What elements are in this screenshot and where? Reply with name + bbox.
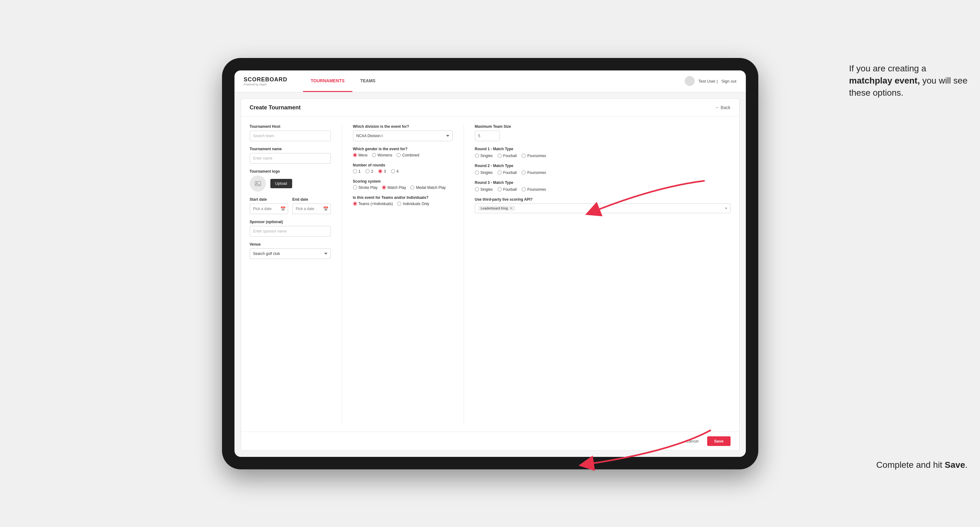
round2-foursomes-option[interactable]: Foursomes xyxy=(522,170,546,175)
round3-foursomes-option[interactable]: Foursomes xyxy=(522,187,546,192)
form-header: Create Tournament ← Back xyxy=(241,99,739,117)
back-button[interactable]: ← Back xyxy=(715,105,730,110)
round3-singles-label: Singles xyxy=(480,187,493,192)
round1-foursomes-option[interactable]: Foursomes xyxy=(522,154,546,158)
form-body: Tournament Host Tournament name Tourname… xyxy=(241,117,739,432)
rounds-3-radio[interactable] xyxy=(378,169,382,173)
teams-label: Is this event for Teams and/or Individua… xyxy=(353,195,453,200)
user-text: Test User | xyxy=(698,79,718,84)
upload-button[interactable]: Upload xyxy=(270,179,292,188)
teams-individuals-label: Individuals Only xyxy=(403,202,430,206)
teams-individuals-radio[interactable] xyxy=(397,202,401,206)
rounds-2-radio[interactable] xyxy=(366,169,369,173)
annotation-save: Complete and hit Save. xyxy=(876,459,967,471)
tournament-logo-label: Tournament logo xyxy=(250,169,331,174)
rounds-group: Number of rounds 1 2 xyxy=(353,163,453,174)
nav-tab-tournaments[interactable]: TOURNAMENTS xyxy=(303,70,353,92)
scoring-stroke-radio[interactable] xyxy=(353,186,357,189)
col-right: Maximum Team Size Round 1 - Match Type S… xyxy=(475,124,730,424)
round1-singles-radio[interactable] xyxy=(475,154,479,158)
logo-placeholder xyxy=(250,175,266,192)
tournament-name-input[interactable] xyxy=(250,153,331,163)
round3-options: Singles Fourball Foursomes xyxy=(475,187,730,192)
teams-group: Is this event for Teams and/or Individua… xyxy=(353,195,453,206)
cancel-button[interactable]: Cancel xyxy=(681,436,703,446)
rounds-4-label: 4 xyxy=(397,169,399,174)
col-middle: Which division is the event for? NCAA Di… xyxy=(353,124,453,424)
rounds-1-option[interactable]: 1 xyxy=(353,169,361,174)
round1-singles-label: Singles xyxy=(480,154,493,158)
nav-logo: SCOREBOARD Powered by clippit xyxy=(244,76,288,86)
api-tag-close[interactable]: ✕ xyxy=(510,206,512,210)
round2-singles-label: Singles xyxy=(480,170,493,175)
round1-fourball-option[interactable]: Fourball xyxy=(498,154,517,158)
sponsor-group: Sponsor (optional) xyxy=(250,220,331,237)
round2-singles-radio[interactable] xyxy=(475,170,479,175)
round3-fourball-option[interactable]: Fourball xyxy=(498,187,517,192)
rounds-4-radio[interactable] xyxy=(391,169,395,173)
scoring-medal-label: Medal Match Play xyxy=(416,186,445,190)
api-select-wrapper[interactable]: Leaderboard King ✕ ▾ xyxy=(475,203,730,213)
gender-mens-label: Mens xyxy=(359,153,368,157)
round1-singles-option[interactable]: Singles xyxy=(475,154,493,158)
teams-teams-option[interactable]: Teams (+Individuals) xyxy=(353,202,393,206)
scoring-stroke-option[interactable]: Stroke Play xyxy=(353,186,378,190)
api-tag-text: Leaderboard King xyxy=(481,206,508,210)
teams-individuals-option[interactable]: Individuals Only xyxy=(397,202,430,206)
round2-singles-option[interactable]: Singles xyxy=(475,170,493,175)
logo-title: SCOREBOARD xyxy=(244,76,288,83)
max-team-input[interactable] xyxy=(475,130,500,141)
scoring-medal-radio[interactable] xyxy=(410,186,414,189)
round2-fourball-radio[interactable] xyxy=(498,170,502,175)
rounds-1-label: 1 xyxy=(359,169,361,174)
round1-foursomes-radio[interactable] xyxy=(522,154,526,158)
gender-combined-option[interactable]: Combined xyxy=(397,153,419,157)
nav-tabs: TOURNAMENTS TEAMS xyxy=(303,70,383,92)
save-button[interactable]: Save xyxy=(707,436,730,446)
round2-foursomes-radio[interactable] xyxy=(522,170,526,175)
gender-mens-radio[interactable] xyxy=(353,153,357,157)
svg-point-1 xyxy=(256,182,258,184)
scoring-stroke-label: Stroke Play xyxy=(359,186,378,190)
round2-match-section: Round 2 - Match Type Singles Fourball xyxy=(475,163,730,175)
round2-fourball-option[interactable]: Fourball xyxy=(498,170,517,175)
logo-sub: Powered by clippit xyxy=(244,83,288,86)
sponsor-input[interactable] xyxy=(250,226,331,237)
round1-fourball-radio[interactable] xyxy=(498,154,502,158)
scoring-medal-option[interactable]: Medal Match Play xyxy=(410,186,445,190)
tournament-name-label: Tournament name xyxy=(250,147,331,151)
round3-match-section: Round 3 - Match Type Singles Fourball xyxy=(475,181,730,192)
rounds-1-radio[interactable] xyxy=(353,169,357,173)
rounds-label: Number of rounds xyxy=(353,163,453,167)
venue-select[interactable]: Search golf club xyxy=(250,248,331,259)
round1-options: Singles Fourball Foursomes xyxy=(475,154,730,158)
signout-link[interactable]: Sign out xyxy=(722,79,737,84)
round3-fourball-radio[interactable] xyxy=(498,187,502,191)
nav-right: Test User | Sign out xyxy=(685,76,737,86)
form-footer: Cancel Save xyxy=(241,432,739,450)
nav-tab-teams[interactable]: TEAMS xyxy=(352,70,383,92)
tablet-screen: SCOREBOARD Powered by clippit TOURNAMENT… xyxy=(234,70,746,457)
api-group: Use third-party live scoring API? Leader… xyxy=(475,197,730,213)
rounds-2-option[interactable]: 2 xyxy=(366,169,373,174)
round3-singles-radio[interactable] xyxy=(475,187,479,191)
round2-options: Singles Fourball Foursomes xyxy=(475,170,730,175)
start-date-wrapper: 📅 xyxy=(250,203,288,214)
scoring-match-option[interactable]: Match Play xyxy=(382,186,406,190)
round3-foursomes-radio[interactable] xyxy=(522,187,526,191)
division-select[interactable]: NCAA Division I xyxy=(353,130,453,141)
gender-combined-radio[interactable] xyxy=(397,153,401,157)
rounds-3-option[interactable]: 3 xyxy=(378,169,386,174)
round3-singles-option[interactable]: Singles xyxy=(475,187,493,192)
gender-womens-option[interactable]: Womens xyxy=(372,153,392,157)
api-chevron-icon: ▾ xyxy=(725,206,727,210)
gender-womens-radio[interactable] xyxy=(372,153,376,157)
rounds-3-label: 3 xyxy=(384,169,386,174)
teams-teams-radio[interactable] xyxy=(353,202,357,206)
gender-mens-option[interactable]: Mens xyxy=(353,153,368,157)
rounds-4-option[interactable]: 4 xyxy=(391,169,399,174)
round1-label: Round 1 - Match Type xyxy=(475,147,730,151)
scoring-match-radio[interactable] xyxy=(382,186,386,189)
tournament-host-input[interactable] xyxy=(250,130,331,141)
sponsor-label: Sponsor (optional) xyxy=(250,220,331,224)
